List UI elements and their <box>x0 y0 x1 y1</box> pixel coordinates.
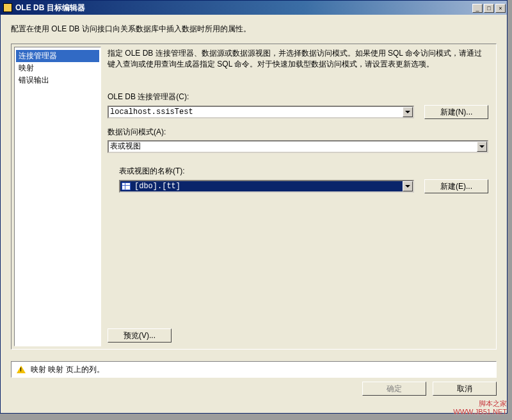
right-pane: 指定 OLE DB 连接管理器、数据源或数据源视图，并选择数据访问模式。如果使用… <box>104 44 496 349</box>
table-icon <box>122 182 131 190</box>
table-name-combo[interactable]: [dbo].[tt] <box>119 180 414 193</box>
sidebar: 连接管理器 映射 错误输出 <box>14 47 101 346</box>
maximize-button[interactable]: □ <box>484 4 494 13</box>
connection-combo[interactable]: localhost.ssisTest <box>108 106 414 118</box>
dialog-description: 配置在使用 OLE DB 访问接口向关系数据库中插入数据时所用的属性。 <box>11 24 497 35</box>
access-mode-label: 数据访问模式(A): <box>108 127 488 138</box>
preview-button[interactable]: 预览(V)... <box>108 328 172 343</box>
access-mode-combo[interactable]: 表或视图 <box>108 140 488 153</box>
table-name-value: [dbo].[tt] <box>134 182 180 191</box>
connection-value: localhost.ssisTest <box>110 108 193 117</box>
ok-button[interactable]: 确定 <box>362 382 426 396</box>
watermark-line1: 脚本之家 <box>453 400 507 408</box>
instruction-text: 指定 OLE DB 连接管理器、数据源或数据源视图，并选择数据访问模式。如果使用… <box>108 48 488 70</box>
minimize-button[interactable]: _ <box>472 4 483 13</box>
table-name-label: 表或视图的名称(T): <box>119 166 488 177</box>
app-icon <box>3 3 12 12</box>
chevron-down-icon[interactable] <box>477 141 487 152</box>
footer-buttons: 确定 取消 <box>1 378 507 396</box>
sidebar-item-error-output[interactable]: 错误输出 <box>16 74 99 86</box>
watermark: 脚本之家 WWW.JB51.NET <box>453 400 507 416</box>
main-area: 连接管理器 映射 错误输出 指定 OLE DB 连接管理器、数据源或数据源视图，… <box>11 44 497 350</box>
close-button[interactable]: × <box>495 4 506 13</box>
titlebar: OLE DB 目标编辑器 _ □ × <box>1 1 507 15</box>
sidebar-item-mapping[interactable]: 映射 <box>16 62 99 74</box>
new-table-button[interactable]: 新建(E)... <box>424 179 488 193</box>
warning-text: 映射 映射 页上的列。 <box>31 364 104 375</box>
chevron-down-icon[interactable] <box>403 107 413 117</box>
connection-label: OLE DB 连接管理器(C): <box>108 92 488 102</box>
sidebar-item-connection[interactable]: 连接管理器 <box>16 50 99 62</box>
warning-bar: 映射 映射 页上的列。 <box>11 361 497 378</box>
chevron-down-icon[interactable] <box>403 181 413 191</box>
dialog-window: OLE DB 目标编辑器 _ □ × 配置在使用 OLE DB 访问接口向关系数… <box>0 0 508 414</box>
cancel-button[interactable]: 取消 <box>433 382 497 396</box>
warning-icon <box>17 366 26 373</box>
watermark-line2: WWW.JB51.NET <box>453 408 507 416</box>
access-mode-value: 表或视图 <box>110 141 141 152</box>
new-connection-button[interactable]: 新建(N)... <box>424 105 488 119</box>
window-title: OLE DB 目标编辑器 <box>15 3 472 13</box>
